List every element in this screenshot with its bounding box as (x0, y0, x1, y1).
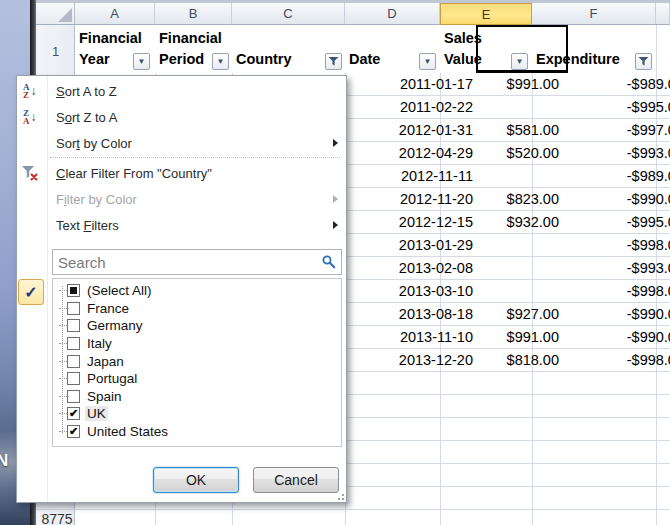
cell-sales[interactable] (476, 280, 568, 303)
cell-expenditure[interactable]: -$989.00 (568, 73, 670, 96)
checked-state-icon: ✓ (18, 279, 44, 305)
cell-expenditure[interactable]: -$993.00 (568, 257, 670, 280)
menu-item-clear-filter[interactable]: Clear Filter From "Country" (17, 160, 346, 186)
cell-sales[interactable]: $581.00 (476, 119, 568, 142)
ok-button[interactable]: OK (153, 467, 239, 493)
list-item-united-states[interactable]: ✔ United States (53, 423, 341, 441)
select-all-triangle-icon (58, 8, 72, 22)
menu-item-sort-by-color[interactable]: Sort by Color (17, 130, 346, 156)
menu-item-text-filters[interactable]: Text Filters (17, 212, 346, 238)
checkbox-checked[interactable]: ✔ (67, 425, 80, 438)
filter-value-list: (Select All) France Germany Italy Japan (52, 278, 342, 447)
cell-date[interactable]: 2011-01-17 (381, 73, 476, 96)
cell-sales[interactable]: $823.00 (476, 188, 568, 211)
checkbox-indeterminate[interactable] (67, 284, 80, 297)
cell-expenditure[interactable]: -$998.00 (568, 349, 670, 372)
list-item-label: Japan (85, 354, 126, 369)
cell-sales[interactable] (476, 165, 568, 188)
cell-sales[interactable]: $818.00 (476, 349, 568, 372)
cell-date[interactable]: 2013-01-29 (381, 234, 476, 257)
cell-expenditure[interactable]: -$995.00 (568, 211, 670, 234)
cell-expenditure[interactable]: -$998.00 (568, 280, 670, 303)
select-all-corner[interactable] (36, 3, 75, 25)
cell-date[interactable]: 2013-03-10 (381, 280, 476, 303)
search-icon (322, 255, 336, 269)
list-item-select-all[interactable]: (Select All) (53, 282, 341, 300)
checkbox-unchecked[interactable] (67, 355, 80, 368)
cell-sales[interactable]: $991.00 (476, 326, 568, 349)
filter-dropdown-button-year[interactable]: ▼ (133, 53, 150, 70)
checkbox-unchecked[interactable] (67, 372, 80, 385)
cell-sales[interactable] (476, 96, 568, 119)
list-item-uk[interactable]: ✔ UK (53, 405, 341, 423)
cell-sales[interactable] (476, 234, 568, 257)
cell-expenditure[interactable]: -$998.00 (568, 234, 670, 257)
field-label: Date (349, 49, 380, 70)
cell-sales[interactable]: $520.00 (476, 142, 568, 165)
column-header-c[interactable]: C (232, 3, 345, 25)
cell-date[interactable]: 2013-02-08 (381, 257, 476, 280)
cell-expenditure[interactable]: -$990.00 (568, 188, 670, 211)
list-item-germany[interactable]: Germany (53, 317, 341, 335)
cell-date[interactable]: 2013-12-20 (381, 349, 476, 372)
cell-expenditure[interactable]: -$995.00 (568, 96, 670, 119)
filter-funnel-button-country[interactable] (325, 53, 342, 70)
search-input[interactable] (52, 249, 342, 275)
column-header-g-partial[interactable] (656, 3, 670, 25)
filter-dropdown-button-date[interactable]: ▼ (419, 53, 436, 70)
menu-separator (50, 157, 340, 158)
cancel-button[interactable]: Cancel (253, 467, 339, 493)
cell-expenditure[interactable]: -$990.00 (568, 303, 670, 326)
filter-dropdown-button-period[interactable]: ▼ (212, 53, 229, 70)
check-icon: ✔ (69, 426, 78, 437)
menu-item-sort-z-to-a[interactable]: ZA ↓ Sort Z to A (17, 104, 346, 130)
filter-funnel-button-expenditure[interactable] (635, 53, 652, 70)
menu-item-sort-a-to-z[interactable]: AZ ↓ Sort A to Z (17, 78, 346, 104)
column-header-f[interactable]: F (532, 3, 656, 25)
resize-grip[interactable] (334, 490, 344, 500)
cell-date[interactable]: 2012-11-11 (381, 165, 476, 188)
funnel-icon (638, 56, 649, 67)
list-item-portugal[interactable]: Portugal (53, 370, 341, 388)
cell-date[interactable]: 2012-12-15 (381, 211, 476, 234)
submenu-arrow-icon (333, 195, 338, 203)
row-header-1[interactable]: 1 (36, 44, 75, 59)
cell-date[interactable]: 2013-11-10 (381, 326, 476, 349)
cell-sales[interactable]: $932.00 (476, 211, 568, 234)
field-label: Financial (79, 30, 142, 46)
cell-expenditure[interactable]: -$990.00 (568, 326, 670, 349)
cell-date[interactable]: 2012-04-29 (381, 142, 476, 165)
cell-expenditure[interactable]: -$993.00 (568, 142, 670, 165)
column-header-a[interactable]: A (75, 3, 155, 25)
tree-stub (59, 343, 67, 344)
checkbox-unchecked[interactable] (67, 302, 80, 315)
filter-dropdown-button-sales[interactable]: ▼ (511, 53, 528, 70)
checkbox-checked[interactable]: ✔ (67, 407, 80, 420)
cell-sales[interactable] (476, 257, 568, 280)
tree-stub (59, 396, 67, 397)
cell-expenditure[interactable]: -$997.00 (568, 119, 670, 142)
checkbox-unchecked[interactable] (67, 390, 80, 403)
field-label: Value (444, 51, 482, 67)
checkbox-unchecked[interactable] (67, 337, 80, 350)
column-header-d[interactable]: D (345, 3, 440, 25)
list-item-label: UK (85, 406, 108, 421)
list-item-italy[interactable]: Italy (53, 335, 341, 353)
cell-expenditure[interactable]: -$989.00 (568, 165, 670, 188)
column-header-b[interactable]: B (155, 3, 232, 25)
submenu-arrow-icon (333, 139, 338, 147)
cell-date[interactable]: 2012-01-31 (381, 119, 476, 142)
cell-date[interactable]: 2013-08-18 (381, 303, 476, 326)
cell-sales[interactable]: $991.00 (476, 73, 568, 96)
column-header-e-selected[interactable]: E (440, 3, 532, 25)
list-item-france[interactable]: France (53, 300, 341, 318)
dropdown-arrow-icon: ▼ (516, 58, 524, 66)
cell-date[interactable]: 2012-11-20 (381, 188, 476, 211)
cell-sales[interactable]: $927.00 (476, 303, 568, 326)
row-header-8775[interactable]: 8775 (36, 511, 78, 525)
menu-item-filter-by-color[interactable]: Filter by Color (17, 186, 346, 212)
checkbox-unchecked[interactable] (67, 319, 80, 332)
list-item-spain[interactable]: Spain (53, 388, 341, 406)
list-item-japan[interactable]: Japan (53, 352, 341, 370)
cell-date[interactable]: 2011-02-22 (381, 96, 476, 119)
